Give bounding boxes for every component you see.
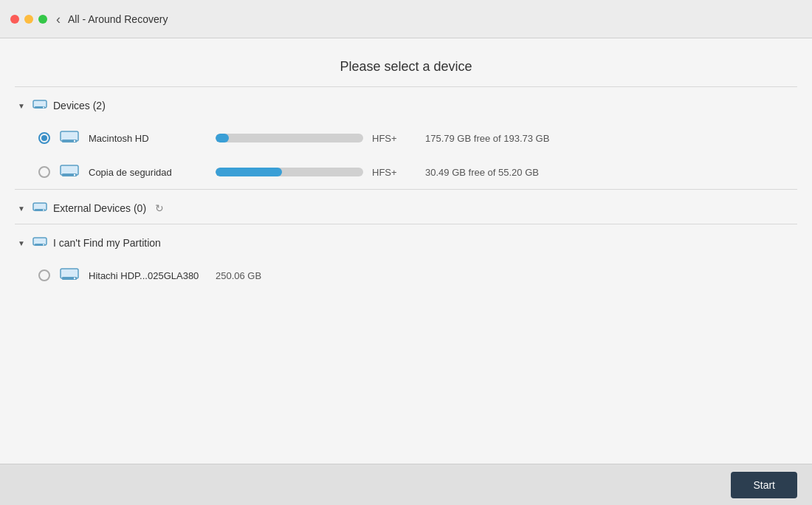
drive-icon xyxy=(32,97,47,114)
section-header-devices[interactable]: ▼ Devices (2) xyxy=(15,87,797,121)
section-header-external-devices[interactable]: ▼ External Devices (0)↻ xyxy=(15,190,797,224)
chevron-down-icon: ▼ xyxy=(18,102,27,110)
maximize-button[interactable] xyxy=(38,15,47,24)
device-list: ▼ Devices (2) Macintosh HDHFS+175.79 GB … xyxy=(0,86,812,464)
device-row[interactable]: Hitachi HDP...025GLA380250.06 GB xyxy=(15,258,797,292)
section-header-cant-find-partition[interactable]: ▼ I can't Find my Partition xyxy=(15,224,797,258)
page-title: Please select a device xyxy=(340,59,472,74)
main-content: Please select a device ▼ Devices (2) Mac… xyxy=(0,38,812,464)
svg-point-14 xyxy=(43,244,44,246)
chevron-down-icon: ▼ xyxy=(18,239,27,247)
svg-point-2 xyxy=(43,107,44,109)
filesystem-type: HFS+ xyxy=(372,133,416,144)
page-title-wrap: Please select a device xyxy=(0,38,812,86)
back-arrow-icon[interactable]: ‹ xyxy=(56,13,61,26)
device-row[interactable]: Copia de seguridadHFS+30.49 GB free of 5… xyxy=(15,155,797,189)
storage-progress-bar xyxy=(216,168,363,176)
drive-icon xyxy=(59,162,80,182)
svg-point-5 xyxy=(74,140,75,142)
refresh-icon[interactable]: ↻ xyxy=(155,202,164,214)
device-name: Hitachi HDP...025GLA380 xyxy=(89,270,207,281)
section-devices: ▼ Devices (2) Macintosh HDHFS+175.79 GB … xyxy=(15,86,797,189)
section-label-devices: Devices (2) xyxy=(53,100,106,111)
title-bar: ‹ All - Around Recovery xyxy=(0,0,812,38)
device-size: 250.06 GB xyxy=(216,270,261,281)
footer: Start xyxy=(0,464,812,505)
device-name: Macintosh HD xyxy=(89,133,207,144)
section-label-cant-find-partition: I can't Find my Partition xyxy=(53,237,161,249)
radio-hitachi[interactable] xyxy=(38,269,50,281)
storage-info: 30.49 GB free of 55.20 GB xyxy=(425,167,791,178)
radio-macintosh-hd[interactable] xyxy=(38,132,50,144)
minimize-button[interactable] xyxy=(24,15,33,24)
app-title: All - Around Recovery xyxy=(68,13,168,25)
filesystem-type: HFS+ xyxy=(372,167,416,178)
close-button[interactable] xyxy=(10,15,19,24)
section-label-external-devices: External Devices (0) xyxy=(53,202,146,214)
drive-icon xyxy=(59,128,80,148)
drive-icon xyxy=(32,235,47,251)
storage-info: 175.79 GB free of 193.73 GB xyxy=(425,133,791,144)
section-cant-find-partition: ▼ I can't Find my Partition Hitachi HDP.… xyxy=(15,224,797,292)
drive-icon xyxy=(32,200,47,216)
section-external-devices: ▼ External Devices (0)↻ xyxy=(15,189,797,224)
svg-point-8 xyxy=(74,174,75,176)
storage-progress-bar xyxy=(216,134,363,142)
radio-copia-de-seguridad[interactable] xyxy=(38,166,50,178)
device-name: Copia de seguridad xyxy=(89,167,207,178)
chevron-down-icon: ▼ xyxy=(18,205,27,213)
window-controls xyxy=(10,15,47,24)
start-button[interactable]: Start xyxy=(731,472,797,498)
svg-point-11 xyxy=(43,210,44,211)
device-row[interactable]: Macintosh HDHFS+175.79 GB free of 193.73… xyxy=(15,121,797,155)
drive-icon xyxy=(59,266,80,285)
svg-point-17 xyxy=(74,278,75,279)
